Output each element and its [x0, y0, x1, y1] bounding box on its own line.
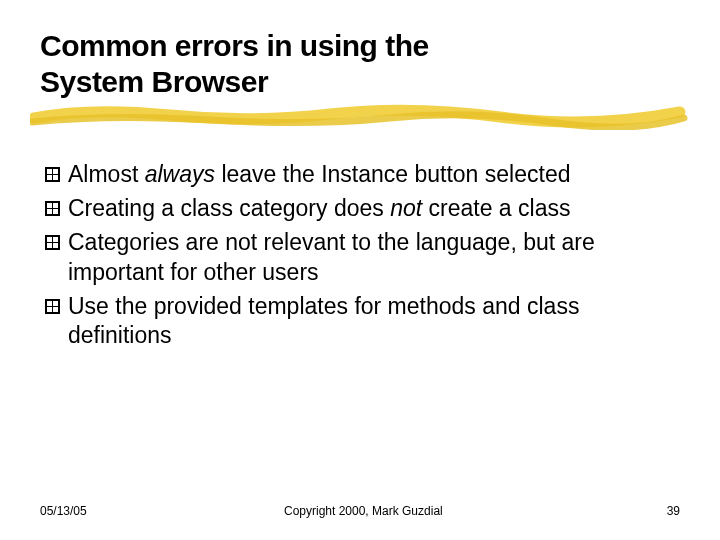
- svg-rect-8: [47, 209, 52, 214]
- svg-rect-1: [47, 169, 52, 174]
- svg-rect-12: [53, 237, 58, 242]
- footer-date: 05/13/05: [40, 504, 87, 518]
- list-item: Use the provided templates for methods a…: [44, 292, 680, 352]
- list-item: Almost always leave the Instance button …: [44, 160, 680, 190]
- title-line-1: Common errors in using the: [40, 29, 429, 62]
- svg-rect-7: [53, 203, 58, 208]
- slide-footer: 05/13/05 Copyright 2000, Mark Guzdial 39: [40, 504, 680, 518]
- svg-rect-4: [53, 175, 58, 180]
- bullet-icon: [44, 166, 62, 188]
- svg-rect-19: [53, 307, 58, 312]
- title-line-2: System Browser: [40, 65, 268, 98]
- svg-rect-11: [47, 237, 52, 242]
- svg-rect-17: [53, 301, 58, 306]
- list-item: Creating a class category does not creat…: [44, 194, 680, 224]
- svg-rect-18: [47, 307, 52, 312]
- bullet-text: Almost always leave the Instance button …: [68, 160, 570, 190]
- bullet-text: Creating a class category does not creat…: [68, 194, 570, 224]
- svg-rect-6: [47, 203, 52, 208]
- title-underline: [40, 110, 680, 130]
- bullet-list: Almost always leave the Instance button …: [40, 160, 680, 351]
- bullet-icon: [44, 200, 62, 222]
- slide: Common errors in using the System Browse…: [0, 0, 720, 540]
- svg-rect-2: [53, 169, 58, 174]
- svg-rect-9: [53, 209, 58, 214]
- svg-rect-14: [53, 243, 58, 248]
- svg-rect-3: [47, 175, 52, 180]
- svg-rect-16: [47, 301, 52, 306]
- slide-title: Common errors in using the System Browse…: [40, 28, 680, 100]
- bullet-icon: [44, 298, 62, 320]
- bullet-text: Categories are not relevant to the langu…: [68, 228, 680, 288]
- list-item: Categories are not relevant to the langu…: [44, 228, 680, 288]
- footer-page-number: 39: [640, 504, 680, 518]
- footer-copyright: Copyright 2000, Mark Guzdial: [87, 504, 640, 518]
- bullet-icon: [44, 234, 62, 256]
- bullet-text: Use the provided templates for methods a…: [68, 292, 680, 352]
- svg-rect-13: [47, 243, 52, 248]
